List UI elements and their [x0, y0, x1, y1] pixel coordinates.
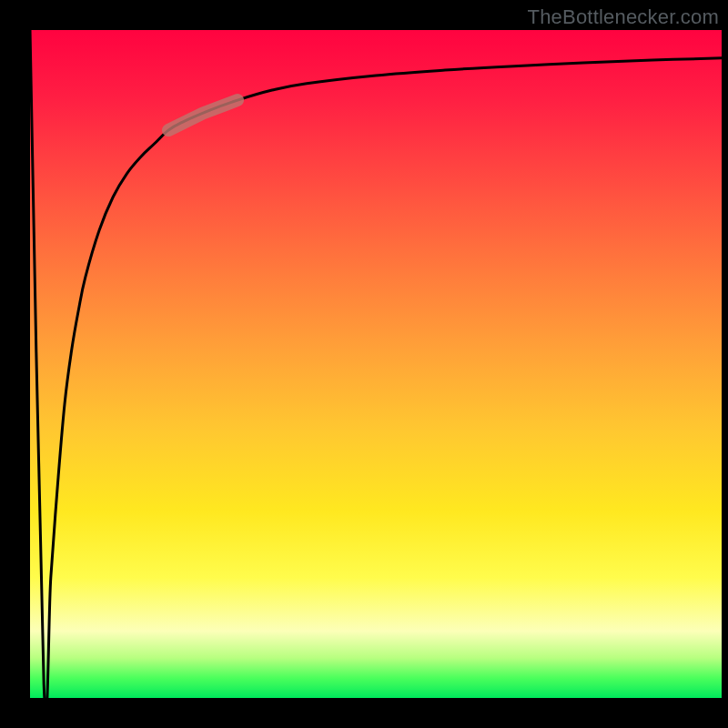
bottleneck-curve: [30, 30, 722, 715]
curve-layer: [30, 30, 722, 698]
attribution-text: TheBottlenecker.com: [528, 5, 719, 29]
plot-area: [30, 30, 722, 698]
highlight-segment: [168, 100, 238, 130]
chart-frame: TheBottlenecker.com: [0, 0, 728, 728]
